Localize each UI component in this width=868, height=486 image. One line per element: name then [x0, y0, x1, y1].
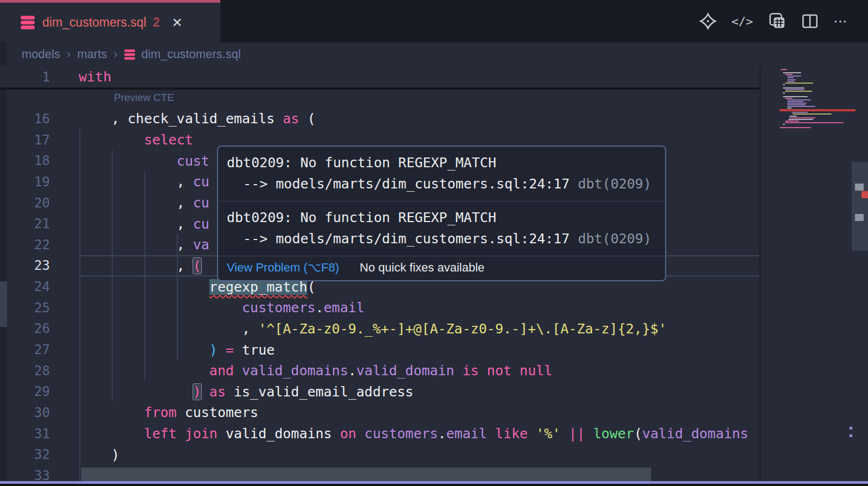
code-text: , cu — [79, 216, 209, 232]
close-tab-icon[interactable]: ✕ — [172, 15, 183, 30]
dbt-logo-icon[interactable] — [699, 12, 717, 30]
line-number[interactable]: 30 — [0, 405, 50, 420]
vertical-scrollbar[interactable] — [852, 162, 868, 251]
code-text: , cu — [79, 174, 209, 190]
code-token — [79, 405, 144, 420]
code-token: true — [242, 342, 275, 358]
minimap-line — [785, 89, 805, 90]
code-token: . — [348, 363, 356, 378]
horizontal-scrollbar[interactable] — [81, 468, 651, 482]
code-token: '%' — [536, 426, 560, 441]
code-line[interactable]: 32 ) — [0, 444, 760, 465]
bottom-edge — [0, 484, 868, 486]
code-line[interactable]: 16 , check_valid_emails as ( — [0, 109, 760, 130]
line-number[interactable]: 18 — [0, 153, 50, 168]
problem-message: dbt0209: No function REGEXP_MATCH — [227, 207, 656, 228]
code-token: . — [438, 426, 446, 441]
code-line[interactable]: 25 customers.email — [0, 297, 760, 318]
breadcrumb-marts[interactable]: marts — [77, 47, 107, 61]
minimap-line — [783, 96, 808, 97]
split-editor-icon[interactable] — [801, 12, 819, 30]
more-actions-icon[interactable]: ⋯ — [833, 13, 848, 30]
code-token: || — [569, 426, 585, 441]
code-text: , cu — [79, 195, 209, 211]
minimap-line — [783, 124, 785, 125]
code-token — [585, 426, 593, 441]
line-number[interactable]: 25 — [0, 300, 50, 315]
code-token — [454, 363, 462, 378]
code-token: as — [209, 384, 226, 400]
code-text: select — [79, 132, 193, 148]
code-token: , — [79, 195, 193, 211]
code-line[interactable]: 30 from customers — [0, 402, 760, 424]
minimap-line — [787, 103, 807, 104]
breadcrumb-models[interactable]: models — [22, 47, 60, 61]
problem-source: dbt(0209) — [578, 231, 651, 247]
code-token: from — [144, 405, 176, 420]
code-token — [79, 279, 209, 295]
line-number[interactable]: 31 — [0, 426, 50, 441]
minimap-line — [787, 104, 806, 105]
line-number[interactable]: 17 — [0, 132, 50, 148]
code-token — [234, 363, 242, 378]
code-token: cust — [177, 153, 209, 169]
line-number[interactable]: 20 — [0, 195, 50, 211]
line-number[interactable]: 16 — [0, 111, 50, 127]
line-number[interactable]: 23 — [0, 258, 50, 273]
minimap-line — [785, 74, 793, 75]
code-token — [79, 426, 144, 441]
line-number[interactable]: 21 — [0, 216, 50, 231]
code-line[interactable]: 31 left join valid_domains on customers.… — [0, 423, 760, 444]
line-number[interactable]: 22 — [0, 237, 50, 253]
problem-message: dbt0209: No function REGEXP_MATCH — [227, 152, 656, 173]
code-token: '^[A-Za-z0-9._%+-]+@[A-Za-z0-9.-]+\.[A-Z… — [258, 321, 667, 337]
view-problem-link[interactable]: View Problem (⌥F8) — [227, 261, 339, 275]
code-token: like — [495, 426, 528, 441]
tab-dim-customers[interactable]: dim_customers.sql 2 ✕ — [0, 0, 220, 42]
code-token: ) — [193, 384, 201, 400]
minimap[interactable] — [780, 69, 852, 129]
left-edge-strip — [0, 42, 7, 486]
minimap-error-line — [780, 109, 856, 111]
code-token: email — [324, 300, 365, 315]
breadcrumb-file[interactable]: dim_customers.sql — [142, 47, 241, 61]
database-file-icon — [124, 49, 135, 60]
sticky-code-text: with — [79, 69, 111, 85]
line-number[interactable]: 32 — [0, 447, 50, 462]
code-text: left join valid_domains on customers.ema… — [79, 426, 748, 441]
code-line[interactable]: 29 ) as is_valid_email_address — [0, 381, 760, 402]
code-token: valid_domain — [356, 363, 455, 378]
code-token: customers — [242, 300, 315, 315]
popup-status-bar: View Problem (⌥F8) No quick fixes availa… — [218, 256, 665, 280]
overview-ruler-mark — [850, 434, 852, 437]
codelens-preview-cte[interactable]: Preview CTE — [114, 92, 174, 104]
sticky-scroll-line[interactable]: 1 with — [0, 66, 760, 90]
minimap-line — [789, 116, 797, 117]
code-text: ) — [79, 447, 119, 463]
tab-title: dim_customers.sql — [42, 15, 146, 30]
code-token: with — [79, 69, 111, 85]
line-number[interactable]: 28 — [0, 363, 50, 378]
code-token — [79, 300, 242, 315]
minimap-line — [783, 87, 805, 89]
code-text: , va — [79, 237, 209, 253]
tab-bar: dim_customers.sql 2 ✕ </> — [0, 0, 868, 42]
minimap-line — [787, 108, 792, 109]
line-number[interactable]: 24 — [0, 279, 50, 294]
code-line[interactable]: 26 , '^[A-Za-z0-9._%+-]+@[A-Za-z0-9.-]+\… — [0, 318, 760, 339]
code-token: ( — [193, 258, 201, 274]
breadcrumb: models › marts › dim_customers.sql — [22, 42, 241, 66]
code-token: and — [209, 363, 234, 378]
line-number[interactable]: 29 — [0, 384, 50, 399]
minimap-line — [793, 113, 832, 115]
line-number[interactable]: 19 — [0, 174, 50, 190]
query-results-icon[interactable] — [767, 11, 787, 31]
code-token: customers — [177, 405, 259, 420]
minimap-line — [785, 122, 844, 123]
code-line[interactable]: 27 ) = true — [0, 339, 760, 361]
code-icon[interactable]: </> — [731, 15, 753, 28]
problem-location: --> models/marts/dim_customers.sql:24:17… — [227, 228, 656, 249]
code-line[interactable]: 28 and valid_domains.valid_domain is not… — [0, 360, 760, 381]
line-number[interactable]: 27 — [0, 342, 50, 357]
line-number[interactable]: 26 — [0, 321, 50, 336]
